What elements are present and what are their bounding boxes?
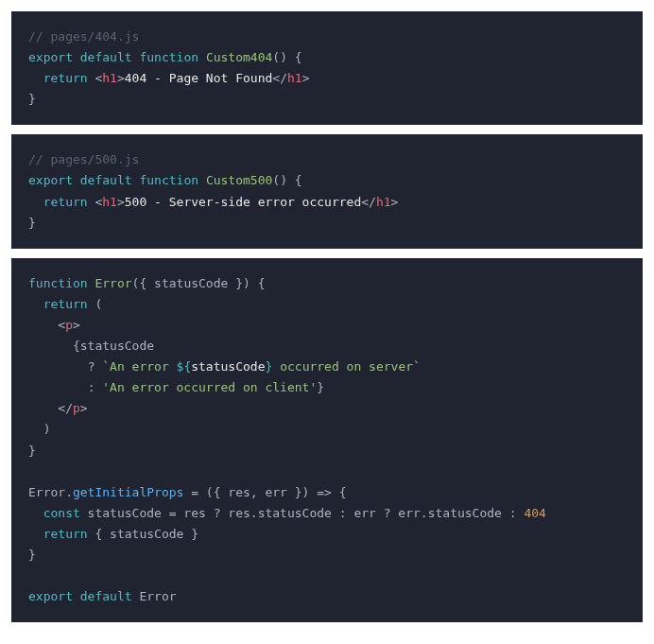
kw-return: return bbox=[43, 71, 88, 85]
backtick: ` bbox=[102, 359, 110, 374]
code-block-500: // pages/500.js export default function … bbox=[11, 134, 643, 248]
punct: > bbox=[73, 318, 80, 332]
punct: < bbox=[88, 71, 103, 85]
punct: = ({ res, err }) => { bbox=[183, 485, 346, 499]
kw-function: function bbox=[139, 50, 198, 64]
jsx-expr: {statusCode bbox=[73, 339, 154, 353]
kw-return: return bbox=[43, 195, 88, 209]
punct: > bbox=[391, 195, 399, 209]
punct: > bbox=[80, 401, 88, 415]
prop-name: getInitialProps bbox=[73, 485, 183, 499]
punct: () bbox=[272, 173, 287, 187]
kw-return: return bbox=[43, 297, 88, 311]
template-dollar: ${ bbox=[177, 359, 192, 374]
jsx-tag: h1 bbox=[376, 195, 391, 209]
kw-const: const bbox=[43, 506, 80, 520]
punct: > bbox=[117, 71, 125, 85]
punct: < bbox=[58, 318, 65, 332]
punct: </ bbox=[272, 71, 287, 85]
kw-return: return bbox=[43, 527, 88, 541]
punct: ) bbox=[43, 422, 51, 436]
punct: ({ statusCode }) { bbox=[132, 276, 266, 290]
punct: > bbox=[117, 195, 125, 209]
fn-name: Error bbox=[88, 276, 132, 290]
jsx-text: 500 - Server-side error occurred bbox=[125, 195, 361, 209]
code-comment: // pages/404.js bbox=[28, 29, 139, 44]
template-str: An error bbox=[110, 359, 176, 374]
fn-name: Custom404 bbox=[206, 50, 272, 64]
string-literal: 'An error occurred on client' bbox=[102, 380, 317, 394]
code-pre: // pages/500.js export default function … bbox=[28, 149, 626, 233]
ternary-q: ? bbox=[88, 359, 103, 374]
kw-default: default bbox=[80, 173, 132, 187]
code-pre: function Error({ statusCode }) { return … bbox=[28, 273, 626, 608]
punct: ( bbox=[88, 297, 103, 311]
kw-default: default bbox=[80, 50, 132, 64]
code-pre: // pages/404.js export default function … bbox=[28, 26, 626, 110]
punct: </ bbox=[58, 401, 73, 415]
jsx-tag: h1 bbox=[102, 71, 117, 85]
template-str: occurred on server bbox=[272, 359, 413, 374]
punct: < bbox=[88, 195, 103, 209]
jsx-tag: h1 bbox=[287, 71, 302, 85]
code-text: statusCode = res ? res.statusCode : err … bbox=[80, 506, 525, 520]
ternary-colon: : bbox=[88, 380, 103, 394]
kw-export: export bbox=[28, 589, 73, 603]
identifier: Error bbox=[132, 589, 177, 603]
identifier: Error. bbox=[28, 485, 73, 499]
jsx-text: 404 - Page Not Found bbox=[125, 71, 273, 85]
kw-function: function bbox=[28, 276, 88, 290]
punct: { bbox=[287, 173, 302, 187]
jsx-tag: h1 bbox=[102, 195, 117, 209]
number-literal: 404 bbox=[524, 506, 545, 520]
fn-name: Custom500 bbox=[206, 173, 272, 187]
code-block-error: function Error({ statusCode }) { return … bbox=[11, 258, 643, 623]
punct: () bbox=[272, 50, 287, 64]
code-comment: // pages/500.js bbox=[28, 152, 139, 166]
punct: { bbox=[287, 50, 302, 64]
punct: } bbox=[28, 92, 36, 106]
punct: </ bbox=[361, 195, 376, 209]
kw-default: default bbox=[80, 589, 132, 603]
code-text: { statusCode } bbox=[88, 527, 198, 541]
kw-export: export bbox=[28, 173, 73, 187]
jsx-tag: p bbox=[73, 401, 80, 415]
punct: } bbox=[28, 216, 36, 230]
punct: > bbox=[302, 71, 310, 85]
punct: } bbox=[317, 380, 324, 394]
code-block-404: // pages/404.js export default function … bbox=[11, 11, 643, 125]
jsx-tag: p bbox=[65, 318, 73, 332]
punct: } bbox=[28, 548, 36, 562]
backtick: ` bbox=[413, 359, 421, 374]
kw-function: function bbox=[139, 173, 198, 187]
punct: } bbox=[28, 444, 36, 458]
kw-export: export bbox=[28, 50, 73, 64]
template-var: statusCode bbox=[191, 359, 265, 374]
